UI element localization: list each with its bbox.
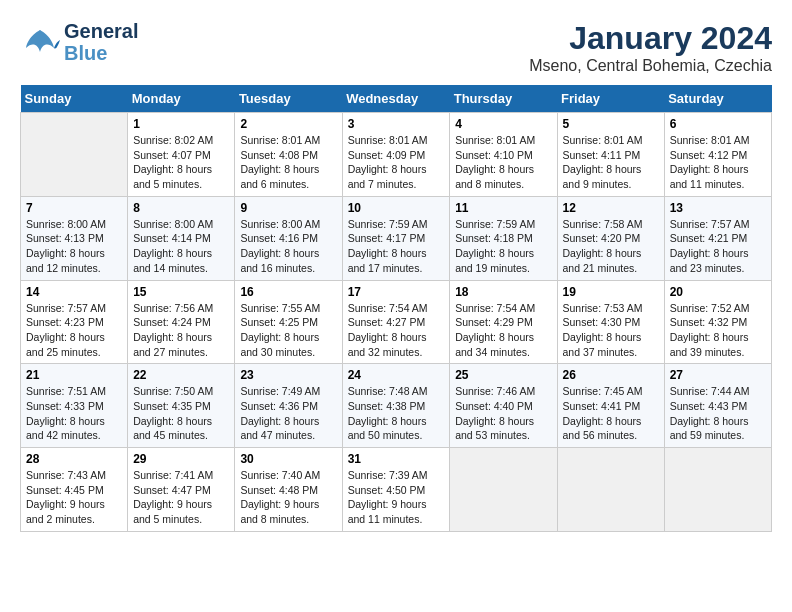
daylight-label: Daylight: 8 hours and 5 minutes. (133, 163, 212, 190)
sunrise-label: Sunrise: 7:56 AM (133, 302, 213, 314)
day-number: 26 (563, 368, 659, 382)
page-header: General Blue January 2024 Mseno, Central… (20, 20, 772, 75)
sunrise-label: Sunrise: 7:45 AM (563, 385, 643, 397)
logo: General Blue (20, 20, 138, 64)
day-info: Sunrise: 7:48 AMSunset: 4:38 PMDaylight:… (348, 384, 445, 443)
sunset-label: Sunset: 4:23 PM (26, 316, 104, 328)
sunrise-label: Sunrise: 7:50 AM (133, 385, 213, 397)
calendar-cell: 25Sunrise: 7:46 AMSunset: 4:40 PMDayligh… (450, 364, 557, 448)
day-info: Sunrise: 8:00 AMSunset: 4:14 PMDaylight:… (133, 217, 229, 276)
sunset-label: Sunset: 4:09 PM (348, 149, 426, 161)
day-number: 18 (455, 285, 551, 299)
day-info: Sunrise: 8:01 AMSunset: 4:12 PMDaylight:… (670, 133, 766, 192)
sunrise-label: Sunrise: 8:01 AM (563, 134, 643, 146)
sunrise-label: Sunrise: 7:57 AM (26, 302, 106, 314)
daylight-label: Daylight: 8 hours and 17 minutes. (348, 247, 427, 274)
day-header-saturday: Saturday (664, 85, 771, 113)
day-number: 27 (670, 368, 766, 382)
sunrise-label: Sunrise: 8:01 AM (670, 134, 750, 146)
day-info: Sunrise: 8:02 AMSunset: 4:07 PMDaylight:… (133, 133, 229, 192)
day-number: 14 (26, 285, 122, 299)
day-number: 3 (348, 117, 445, 131)
day-info: Sunrise: 7:58 AMSunset: 4:20 PMDaylight:… (563, 217, 659, 276)
calendar-cell: 10Sunrise: 7:59 AMSunset: 4:17 PMDayligh… (342, 196, 450, 280)
daylight-label: Daylight: 8 hours and 7 minutes. (348, 163, 427, 190)
calendar-cell: 3Sunrise: 8:01 AMSunset: 4:09 PMDaylight… (342, 113, 450, 197)
daylight-label: Daylight: 8 hours and 50 minutes. (348, 415, 427, 442)
calendar-cell (664, 448, 771, 532)
day-header-monday: Monday (128, 85, 235, 113)
calendar-cell: 2Sunrise: 8:01 AMSunset: 4:08 PMDaylight… (235, 113, 342, 197)
sunrise-label: Sunrise: 8:00 AM (133, 218, 213, 230)
sunrise-label: Sunrise: 7:48 AM (348, 385, 428, 397)
day-number: 29 (133, 452, 229, 466)
daylight-label: Daylight: 8 hours and 25 minutes. (26, 331, 105, 358)
sunset-label: Sunset: 4:25 PM (240, 316, 318, 328)
day-number: 7 (26, 201, 122, 215)
day-info: Sunrise: 7:51 AMSunset: 4:33 PMDaylight:… (26, 384, 122, 443)
calendar-cell: 24Sunrise: 7:48 AMSunset: 4:38 PMDayligh… (342, 364, 450, 448)
daylight-label: Daylight: 8 hours and 39 minutes. (670, 331, 749, 358)
sunrise-label: Sunrise: 7:41 AM (133, 469, 213, 481)
calendar-cell: 7Sunrise: 8:00 AMSunset: 4:13 PMDaylight… (21, 196, 128, 280)
calendar-cell: 28Sunrise: 7:43 AMSunset: 4:45 PMDayligh… (21, 448, 128, 532)
day-info: Sunrise: 7:44 AMSunset: 4:43 PMDaylight:… (670, 384, 766, 443)
sunset-label: Sunset: 4:47 PM (133, 484, 211, 496)
sunset-label: Sunset: 4:30 PM (563, 316, 641, 328)
daylight-label: Daylight: 9 hours and 5 minutes. (133, 498, 212, 525)
day-info: Sunrise: 8:01 AMSunset: 4:08 PMDaylight:… (240, 133, 336, 192)
calendar-cell: 30Sunrise: 7:40 AMSunset: 4:48 PMDayligh… (235, 448, 342, 532)
daylight-label: Daylight: 8 hours and 8 minutes. (455, 163, 534, 190)
sunset-label: Sunset: 4:14 PM (133, 232, 211, 244)
day-number: 4 (455, 117, 551, 131)
main-title: January 2024 (529, 20, 772, 57)
day-info: Sunrise: 7:59 AMSunset: 4:18 PMDaylight:… (455, 217, 551, 276)
day-number: 15 (133, 285, 229, 299)
day-number: 24 (348, 368, 445, 382)
daylight-label: Daylight: 8 hours and 11 minutes. (670, 163, 749, 190)
sunrise-label: Sunrise: 7:44 AM (670, 385, 750, 397)
day-info: Sunrise: 7:59 AMSunset: 4:17 PMDaylight:… (348, 217, 445, 276)
sunrise-label: Sunrise: 7:57 AM (670, 218, 750, 230)
day-info: Sunrise: 8:01 AMSunset: 4:11 PMDaylight:… (563, 133, 659, 192)
daylight-label: Daylight: 9 hours and 8 minutes. (240, 498, 319, 525)
day-number: 22 (133, 368, 229, 382)
sunset-label: Sunset: 4:10 PM (455, 149, 533, 161)
calendar-cell (557, 448, 664, 532)
sunset-label: Sunset: 4:33 PM (26, 400, 104, 412)
daylight-label: Daylight: 8 hours and 37 minutes. (563, 331, 642, 358)
daylight-label: Daylight: 8 hours and 14 minutes. (133, 247, 212, 274)
sunrise-label: Sunrise: 7:52 AM (670, 302, 750, 314)
day-number: 8 (133, 201, 229, 215)
calendar-week-2: 7Sunrise: 8:00 AMSunset: 4:13 PMDaylight… (21, 196, 772, 280)
sunrise-label: Sunrise: 8:00 AM (240, 218, 320, 230)
sunrise-label: Sunrise: 7:46 AM (455, 385, 535, 397)
sunset-label: Sunset: 4:11 PM (563, 149, 641, 161)
day-number: 28 (26, 452, 122, 466)
sunset-label: Sunset: 4:13 PM (26, 232, 104, 244)
sunset-label: Sunset: 4:36 PM (240, 400, 318, 412)
sunset-label: Sunset: 4:35 PM (133, 400, 211, 412)
day-info: Sunrise: 7:40 AMSunset: 4:48 PMDaylight:… (240, 468, 336, 527)
sunrise-label: Sunrise: 7:58 AM (563, 218, 643, 230)
day-info: Sunrise: 7:39 AMSunset: 4:50 PMDaylight:… (348, 468, 445, 527)
calendar-cell: 8Sunrise: 8:00 AMSunset: 4:14 PMDaylight… (128, 196, 235, 280)
day-number: 30 (240, 452, 336, 466)
sunrise-label: Sunrise: 8:01 AM (455, 134, 535, 146)
day-number: 2 (240, 117, 336, 131)
title-block: January 2024 Mseno, Central Bohemia, Cze… (529, 20, 772, 75)
sunset-label: Sunset: 4:41 PM (563, 400, 641, 412)
logo-general: General (64, 20, 138, 42)
daylight-label: Daylight: 9 hours and 11 minutes. (348, 498, 427, 525)
calendar-header-row: SundayMondayTuesdayWednesdayThursdayFrid… (21, 85, 772, 113)
calendar-table: SundayMondayTuesdayWednesdayThursdayFrid… (20, 85, 772, 532)
day-number: 13 (670, 201, 766, 215)
calendar-cell: 19Sunrise: 7:53 AMSunset: 4:30 PMDayligh… (557, 280, 664, 364)
sunrise-label: Sunrise: 7:40 AM (240, 469, 320, 481)
day-info: Sunrise: 7:52 AMSunset: 4:32 PMDaylight:… (670, 301, 766, 360)
day-info: Sunrise: 8:00 AMSunset: 4:13 PMDaylight:… (26, 217, 122, 276)
day-info: Sunrise: 7:46 AMSunset: 4:40 PMDaylight:… (455, 384, 551, 443)
sunrise-label: Sunrise: 8:02 AM (133, 134, 213, 146)
day-number: 20 (670, 285, 766, 299)
day-number: 11 (455, 201, 551, 215)
